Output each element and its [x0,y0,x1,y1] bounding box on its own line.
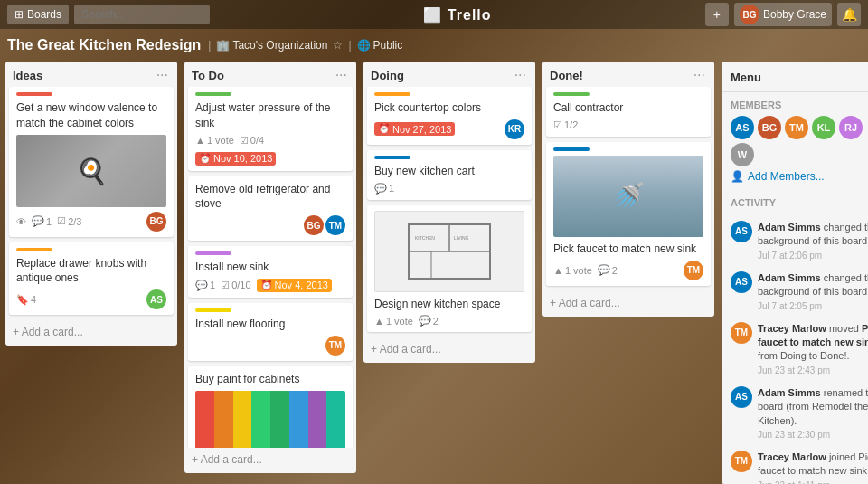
comment-count: 1 [46,216,52,227]
card-contractor[interactable]: Call contractor ☑ 1/2 [546,87,711,137]
activity-text-3: Tracey Marlow moved Pick faucet to match… [758,322,868,377]
activity-text-2: Adam Simms changed the background of thi… [758,271,868,313]
member-chip-tm[interactable]: TM [785,116,808,139]
add-card-ideas-button[interactable]: + Add a card... [5,322,177,342]
card-countertop-title: Pick countertop colors [374,100,524,116]
add-card-todo-button[interactable]: + Add a card... [184,450,356,470]
trello-logo: ⬜ Trello [423,6,491,24]
card-label-blue [374,156,410,159]
activity-text-1: Adam Simms changed the background of thi… [758,221,868,262]
vote-count-design: 1 vote [386,316,413,327]
card-knobs[interactable]: Replace drawer knobs with antique ones 🔖… [9,242,174,316]
activity-avatar-3: TM [731,322,752,344]
members-section-title: Members [731,100,868,110]
checklist-count: 2/3 [68,216,81,227]
card-label-purple [195,251,231,255]
board-title[interactable]: The Great Kitchen Redesign [7,37,201,53]
boards-label: Boards [27,8,61,21]
svg-text:LIVING: LIVING [454,235,469,241]
user-avatar: BG [740,5,760,24]
card-water-title: Adjust water pressure of the sink [195,100,345,131]
due-date-countertop: ⏰ Nov 27, 2013 [374,122,455,136]
card-sink-image: 🚿 [553,156,703,237]
add-members-label: Add Members... [748,170,825,183]
list-ideas-menu-button[interactable]: ··· [155,67,170,83]
member-chip-kl[interactable]: KL [812,116,835,139]
clock-icon-2: ⏰ [260,280,273,291]
list-todo-title: To Do [192,69,224,82]
due-date-badge: ⏰ Nov 10, 2013 [195,152,276,166]
add-button[interactable]: + [705,3,729,26]
list-doing: Doing ··· Pick countertop colors ⏰ Nov 2… [363,62,535,363]
org-name: Taco's Organization [232,39,327,52]
card-kitchen-cart-title: Buy new kitchen cart [374,164,524,179]
card-refrigerator-title: Remove old refrigerator and stove [195,182,345,213]
activity-time-4: Jun 23 at 2:30 pm [758,429,868,441]
list-done-cards: Call contractor ☑ 1/2 🚿 Pick faucet to m… [542,87,714,291]
header-left: ⊞ Boards [7,5,210,24]
member-chip-as[interactable]: AS [731,116,754,139]
star-icon[interactable]: ☆ [333,39,343,52]
card-label-green-2 [553,92,590,96]
comment-icon-5: 💬 [598,264,610,276]
card-design-title: Design new kitchen space [374,297,524,312]
visibility-label: Public [373,39,403,52]
card-refrigerator-members: BG TM [304,215,345,235]
activity-item-4: AS Adam Simms renamed this board (from R… [731,386,868,441]
card-kitchen-cart[interactable]: Buy new kitchen cart 💬 1 [367,150,532,200]
up-icon-3: ▲ [553,265,563,276]
card-sink[interactable]: Install new sink 💬 1 ☑ 0/10 ⏰ Nov 4, 201… [188,246,353,298]
activity-item-3: TM Tracey Marlow moved Pick faucet to ma… [731,322,868,377]
comment-badge-sink: 💬 1 [195,280,215,291]
card-refrigerator[interactable]: Remove old refrigerator and stove BG TM [188,176,353,242]
card-faucet[interactable]: 🚿 Pick faucet to match new sink ▲ 1 vote… [546,142,711,286]
card-faucet-members: TM [684,261,703,280]
boards-button[interactable]: ⊞ Boards [7,5,69,24]
search-input[interactable] [74,5,210,24]
activity-text-4: Adam Simms renamed this board (from Remo… [758,386,868,441]
card-knobs-title: Replace drawer knobs with antique ones [16,256,166,287]
add-card-done-button[interactable]: + Add a card... [542,293,714,313]
add-members-button[interactable]: 👤 Add Members... [731,166,825,186]
member-chip-bg[interactable]: BG [758,116,781,139]
member-chip-w[interactable]: W [731,143,754,166]
comment-count-sink: 1 [210,280,215,290]
members-row: AS BG TM KL RJ W [731,116,868,166]
member-chip-rj[interactable]: RJ [839,116,863,139]
board-org[interactable]: 🏢 Taco's Organization [216,39,327,52]
comment-icon-3: 💬 [374,183,387,195]
card-countertop[interactable]: Pick countertop colors ⏰ Nov 27, 2013 KR [367,87,532,145]
check-icon-4: ☑ [553,119,562,131]
clock-icon: ⏰ [199,153,212,165]
due-date-text: Nov 10, 2013 [213,153,272,164]
comments-badge: 💬 1 [32,215,52,227]
list-done-menu-button[interactable]: ··· [692,67,707,83]
card-water-pressure[interactable]: Adjust water pressure of the sink ▲ 1 vo… [188,87,353,171]
card-flooring[interactable]: Install new flooring TM [188,303,353,361]
list-doing-menu-button[interactable]: ··· [513,67,528,83]
card-countertop-meta: ⏰ Nov 27, 2013 KR [374,119,524,139]
add-card-doing-button[interactable]: + Add a card... [363,339,535,359]
notification-button[interactable]: 🔔 [837,3,861,26]
board-visibility[interactable]: 🌐 Public [357,39,403,52]
comment-icon: 💬 [32,215,44,227]
checklist-sink-count: 0/10 [231,280,250,290]
card-paint[interactable]: Buy paint for cabinets [188,366,353,448]
card-valence[interactable]: Get a new window valence to match the ca… [9,87,174,237]
card-knobs-members: AS [146,289,166,309]
card-label-green [195,92,231,96]
views-badge: 👁 [16,216,26,227]
card-contractor-meta: ☑ 1/2 [553,119,703,131]
header-center: ⬜ Trello [213,6,702,24]
list-todo-menu-button[interactable]: ··· [334,67,349,83]
svg-rect-3 [409,251,490,279]
card-countertop-members: KR [505,119,524,139]
list-ideas-header: Ideas ··· [5,62,177,87]
user-menu-button[interactable]: BG Bobby Grace [734,3,832,26]
user-name: Bobby Grace [763,8,826,21]
list-doing-cards: Pick countertop colors ⏰ Nov 27, 2013 KR… [363,87,535,337]
list-todo-cards: Adjust water pressure of the sink ▲ 1 vo… [184,87,356,448]
card-design-space[interactable]: KITCHEN LIVING Design new kitchen space … [367,205,532,333]
checklist-contractor-count: 1/2 [564,119,578,130]
up-icon-2: ▲ [374,316,384,327]
